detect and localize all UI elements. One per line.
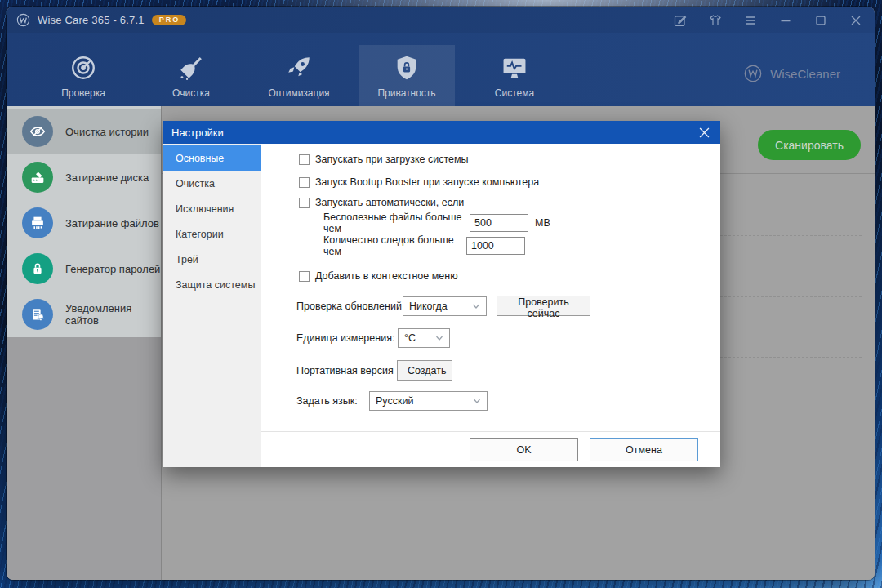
updates-label: Проверка обновлений xyxy=(296,301,403,312)
sidebar-item-site-notifications[interactable]: Уведомления сайтов xyxy=(7,292,161,337)
context-menu-checkbox[interactable] xyxy=(299,271,310,282)
settings-tab-exclusions[interactable]: Исключения xyxy=(163,196,261,221)
nav-cleaner[interactable]: Очистка xyxy=(143,45,239,106)
context-menu-label: Добавить в контекстное меню xyxy=(315,270,458,282)
checkup-radar-icon xyxy=(69,54,97,82)
shield-lock-icon xyxy=(393,54,421,82)
traces-label: Количество следов больше чем xyxy=(323,234,466,257)
settings-close-icon[interactable] xyxy=(696,124,712,140)
edit-note-icon[interactable] xyxy=(673,13,688,28)
sidebar-item-file-shredder[interactable]: Затирание файлов xyxy=(7,200,161,246)
window-title: Wise Care 365 - 6.7.1 xyxy=(38,14,145,26)
settings-general-pane: Запускать при загрузке системы Запуск Bo… xyxy=(261,144,720,431)
unit-label: Единица измерения: xyxy=(296,332,398,344)
nav-label: Очистка xyxy=(172,87,210,99)
settings-footer: OK Отмена xyxy=(261,431,720,467)
nav-tuneup[interactable]: Оптимизация xyxy=(251,45,347,106)
useless-files-label: Бесполезные файлы больше чем xyxy=(323,212,470,234)
useless-files-input[interactable] xyxy=(470,214,528,232)
wisecleaner-brand: WiseCleaner xyxy=(742,63,840,84)
updates-select[interactable]: Никогда xyxy=(403,296,487,316)
close-button[interactable] xyxy=(849,13,863,28)
broom-icon xyxy=(177,54,205,82)
autostart-checkbox[interactable] xyxy=(299,154,310,165)
app-logo-icon xyxy=(16,13,30,27)
title-bar: Wise Care 365 - 6.7.1 PRO xyxy=(7,7,875,33)
ok-button[interactable]: OK xyxy=(470,438,578,461)
autostart-label: Запускать при загрузке системы xyxy=(315,154,469,165)
chevron-down-icon xyxy=(473,397,481,405)
create-portable-button[interactable]: Создать xyxy=(397,360,452,381)
menu-icon[interactable] xyxy=(743,13,758,28)
nav-label: Проверка xyxy=(61,87,105,99)
pro-badge: PRO xyxy=(152,15,187,26)
settings-dialog-title: Настройки xyxy=(172,127,224,139)
bootup-booster-label: Запуск Bootup Booster при запуске компью… xyxy=(315,176,539,188)
privacy-sidebar: Очистка истории Затирание диска xyxy=(7,106,162,580)
nav-label: Оптимизация xyxy=(268,87,329,99)
file-shredder-icon xyxy=(22,207,53,238)
theme-skin-icon[interactable] xyxy=(708,13,723,28)
nav-privacy[interactable]: Приватность xyxy=(359,45,455,106)
maximize-button[interactable] xyxy=(813,13,828,28)
nav-label: Приватность xyxy=(377,87,435,99)
sidebar-item-label: Очистка истории xyxy=(65,126,149,138)
unit-select[interactable]: °C xyxy=(398,328,450,348)
useless-files-unit: MB xyxy=(535,217,550,229)
unit-select-value: °C xyxy=(404,332,416,344)
nav-label: Система xyxy=(495,87,534,99)
page-bell-icon xyxy=(22,299,53,330)
sidebar-item-label: Затирание диска xyxy=(65,172,149,184)
language-select-value: Русский xyxy=(376,395,413,407)
scan-button[interactable]: Сканировать xyxy=(758,130,861,160)
padlock-icon xyxy=(22,253,53,284)
chevron-down-icon xyxy=(435,334,443,342)
check-now-button[interactable]: Проверить сейчас xyxy=(497,296,590,316)
sidebar-item-password-generator[interactable]: Генератор паролей xyxy=(7,246,161,292)
sidebar-item-label: Уведомления сайтов xyxy=(65,302,161,327)
settings-tab-tray[interactable]: Трей xyxy=(163,247,261,272)
bootup-booster-checkbox[interactable] xyxy=(299,177,310,188)
settings-tab-categories[interactable]: Категории xyxy=(163,221,261,247)
sidebar-item-history-cleaner[interactable]: Очистка истории xyxy=(7,109,161,154)
auto-run-label: Запускать автоматически, если xyxy=(315,197,464,208)
sidebar-item-label: Генератор паролей xyxy=(65,263,160,275)
rocket-icon xyxy=(285,54,313,82)
portable-label: Портативная версия xyxy=(296,365,397,376)
chevron-down-icon xyxy=(472,302,480,310)
language-label: Задать язык: xyxy=(296,395,369,407)
updates-select-value: Никогда xyxy=(409,301,448,312)
settings-dialog: Настройки Основные Очистка Исключения Ка… xyxy=(163,121,720,467)
auto-run-checkbox[interactable] xyxy=(299,198,310,208)
settings-dialog-titlebar: Настройки xyxy=(163,121,720,144)
cancel-button[interactable]: Отмена xyxy=(590,438,698,461)
settings-tab-cleanup[interactable]: Очистка xyxy=(163,171,261,196)
wisecleaner-logo-icon xyxy=(742,63,764,84)
sidebar-item-disk-eraser[interactable]: Затирание диска xyxy=(7,154,161,200)
language-select[interactable]: Русский xyxy=(369,391,488,411)
brand-text: WiseCleaner xyxy=(770,67,840,81)
settings-tab-general[interactable]: Основные xyxy=(163,145,261,171)
sidebar-item-label: Затирание файлов xyxy=(65,217,159,229)
nav-checkup[interactable]: Проверка xyxy=(35,45,131,106)
minimize-button[interactable] xyxy=(778,13,793,28)
settings-tab-list: Основные Очистка Исключения Категории Тр… xyxy=(163,144,261,467)
traces-input[interactable] xyxy=(466,237,525,255)
disk-eraser-icon xyxy=(22,162,53,193)
main-nav: Проверка Очистка Оптимизация xyxy=(7,33,875,106)
settings-tab-system-protection[interactable]: Защита системы xyxy=(163,272,261,297)
system-monitor-icon xyxy=(501,54,528,82)
eye-off-icon xyxy=(22,116,53,147)
nav-system[interactable]: Система xyxy=(466,45,563,106)
